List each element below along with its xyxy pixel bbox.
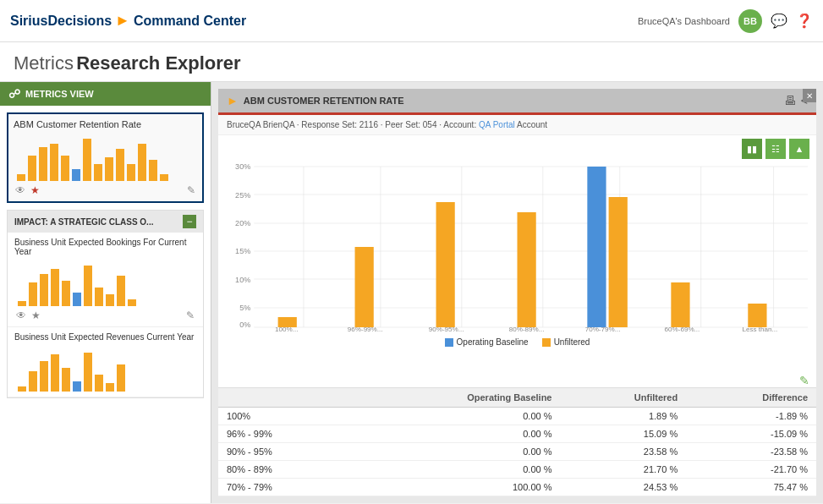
bar (94, 164, 102, 181)
bar (117, 276, 125, 306)
print-button[interactable]: 🖶 (784, 94, 796, 107)
bar-blue (73, 293, 81, 306)
page-title-prefix: Metrics (14, 52, 74, 74)
impact-mini-chart-1 (14, 260, 196, 306)
eye-icon[interactable]: 👁 (15, 184, 25, 196)
impact-header-1: IMPACT: A STRATEGIC CLASS O... − (8, 211, 203, 233)
logo: SiriusDecisions ► Command Center (10, 12, 246, 30)
bar (51, 354, 59, 392)
metrics-icon: ☍ (8, 87, 20, 101)
svg-text:70%-79%...: 70%-79%... (585, 326, 621, 331)
table-cell-baseline: 0.00 % (348, 443, 561, 461)
dashboard-label: BruceQA's Dashboard (638, 16, 730, 26)
header-right: BruceQA's Dashboard BB 💬 ❓ (638, 9, 813, 33)
panel-subtitle: BruceQA BrienQA · Response Set: 2116 · P… (218, 115, 816, 135)
main-layout: ☍ METRICS VIEW ABM Customer Retention Ra… (0, 82, 823, 503)
svg-text:100%...: 100%... (275, 326, 298, 331)
bar-80-unfiltered (518, 212, 536, 327)
bar (61, 156, 69, 181)
impact-item-footer-1: 👁 ★ ✎ (14, 306, 196, 321)
table-header-row: Operating Baseline Unfiltered Difference (218, 388, 816, 408)
table-row: 96% - 99%0.00 %15.09 %-15.09 % (218, 425, 816, 443)
table-cell-unfiltered: 21.70 % (560, 461, 686, 479)
table-cell-baseline: 0.00 % (348, 425, 561, 443)
impact-collapse-button[interactable]: − (183, 215, 196, 228)
panel-header: ► ABM CUSTOMER RETENTION RATE 🖶 < (218, 89, 816, 115)
sidebar: ☍ METRICS VIEW ABM Customer Retention Ra… (0, 82, 211, 503)
legend-baseline: Operating Baseline (445, 337, 529, 347)
bar (51, 269, 59, 306)
svg-text:20%: 20% (235, 219, 250, 227)
eye-icon[interactable]: 👁 (16, 310, 26, 321)
logo-arrow-icon: ► (115, 12, 130, 30)
table-cell-diff: 75.47 % (686, 479, 816, 496)
panel-title-text: ABM CUSTOMER RETENTION RATE (244, 96, 404, 106)
svg-text:96%-99%...: 96%-99%... (348, 326, 383, 331)
col-header-difference: Difference (686, 388, 816, 408)
bar (160, 174, 168, 181)
page-title: Research Explorer (76, 52, 240, 74)
table-cell-diff: -23.58 % (686, 443, 816, 461)
table-cell-baseline: 0.00 % (348, 461, 561, 479)
bar (106, 383, 114, 392)
impact-item-title-2: Business Unit Expected Revenues Current … (14, 332, 196, 342)
logo-sirius: SiriusDecisions (10, 14, 112, 29)
bar-blue (73, 381, 81, 392)
impact-item-title-1: Business Unit Expected Bookings For Curr… (14, 238, 196, 256)
avatar[interactable]: BB (738, 9, 762, 33)
sidebar-header: ☍ METRICS VIEW (0, 82, 211, 106)
app-header: SiriusDecisions ► Command Center BruceQA… (0, 0, 823, 42)
table-cell-diff: -15.09 % (686, 425, 816, 443)
bar (95, 375, 103, 392)
bar (106, 294, 114, 306)
bar (29, 282, 37, 306)
chat-icon[interactable]: 💬 (771, 13, 787, 29)
bar (84, 353, 92, 392)
impact-section-1: IMPACT: A STRATEGIC CLASS O... − Busines… (7, 210, 204, 398)
edit-icon[interactable]: ✎ (187, 184, 195, 196)
bar (50, 144, 58, 181)
table-chart-button[interactable]: ☷ (765, 139, 786, 159)
line-chart-button[interactable]: ▲ (789, 139, 809, 159)
table-row: 80% - 89%0.00 %21.70 %-21.70 % (218, 461, 816, 479)
bar (105, 157, 113, 181)
data-table-area: Operating Baseline Unfiltered Difference… (218, 387, 816, 496)
portal-link[interactable]: QA Portal (479, 120, 515, 129)
impact-title-1: IMPACT: A STRATEGIC CLASS O... (14, 217, 153, 227)
star-icon[interactable]: ★ (31, 310, 41, 321)
bar (28, 156, 36, 181)
svg-text:Less than...: Less than... (743, 326, 778, 331)
svg-text:90%-95%...: 90%-95%... (429, 326, 464, 331)
bar-96-unfiltered (355, 247, 374, 327)
metrics-card-title: ABM Customer Retention Rate (14, 119, 197, 129)
metrics-card-abm: ABM Customer Retention Rate 👁 (7, 112, 204, 203)
bar-70-baseline (587, 167, 606, 327)
col-header-label (218, 388, 348, 408)
bar (29, 371, 37, 392)
legend-baseline-color (445, 338, 453, 347)
table-cell-unfiltered: 1.89 % (560, 408, 686, 425)
main-chart-area: 30% 25% 20% 15% 10% 5% 0% (218, 162, 816, 374)
star-icon[interactable]: ★ (30, 184, 40, 196)
bar-chart-button[interactable]: ▮▮ (742, 139, 762, 159)
table-row: 70% - 79%100.00 %24.53 %75.47 % (218, 479, 816, 496)
help-icon[interactable]: ❓ (796, 13, 813, 29)
panel-title: ► ABM CUSTOMER RETENTION RATE (227, 94, 404, 107)
col-header-unfiltered: Unfiltered (560, 388, 686, 408)
bar (83, 139, 91, 181)
close-button[interactable]: ✕ (803, 89, 816, 102)
edit-icon[interactable]: ✎ (186, 310, 195, 321)
main-content-panel: ► ABM CUSTOMER RETENTION RATE 🖶 < ✕ Bruc… (218, 89, 816, 496)
data-table: Operating Baseline Unfiltered Difference… (218, 388, 816, 496)
panel-arrow-icon: ► (227, 94, 239, 107)
bar (18, 301, 26, 306)
table-edit-icon[interactable]: ✎ (799, 374, 809, 387)
bar (40, 361, 48, 392)
bar (138, 144, 146, 181)
bar (39, 147, 47, 181)
table-cell-label: 80% - 89% (218, 461, 348, 479)
bar (127, 164, 135, 181)
metrics-card-footer: 👁 ★ ✎ (14, 181, 197, 196)
table-cell-unfiltered: 15.09 % (560, 425, 686, 443)
table-row: 90% - 95%0.00 %23.58 %-23.58 % (218, 443, 816, 461)
